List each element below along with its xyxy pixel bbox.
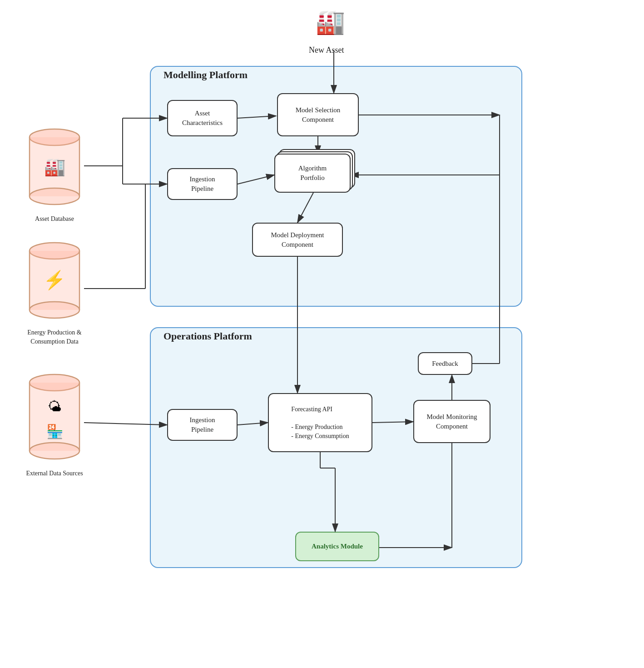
algorithm-portfolio-label: AlgorithmPortfolio [298, 164, 327, 183]
svg-text:🏭: 🏭 [44, 156, 66, 177]
energy-database-label: Energy Production &Consumption Data [25, 328, 84, 346]
forecasting-api-box: Forecasting API- Energy Production- Ener… [268, 393, 372, 452]
ingestion-pipeline-modelling-box: IngestionPipeline [167, 168, 238, 200]
svg-text:🏪: 🏪 [46, 424, 64, 440]
energy-database-cylinder: ⚡ Energy Production &Consumption Data [25, 241, 84, 346]
asset-characteristics-label: AssetCharacteristics [182, 109, 223, 128]
feedback-label: Feedback [432, 359, 458, 369]
model-selection-box: Model SelectionComponent [277, 93, 359, 136]
ingestion-pipeline-modelling-label: IngestionPipeline [190, 174, 215, 194]
asset-database-cylinder: 🏭 Asset Database [25, 127, 84, 224]
ingestion-pipeline-operations-label: IngestionPipeline [190, 415, 215, 434]
svg-point-16 [30, 443, 79, 459]
model-deployment-label: Model DeploymentComponent [271, 230, 324, 249]
model-monitoring-box: Model MonitoringComponent [413, 400, 490, 443]
asset-database-label: Asset Database [25, 214, 84, 224]
svg-text:🌤: 🌤 [48, 399, 61, 414]
diagram-container: 🏭 New Asset Modelling Platform Operation… [0, 0, 644, 668]
model-selection-label: Model SelectionComponent [296, 105, 341, 125]
svg-point-10 [30, 302, 79, 318]
feedback-box: Feedback [418, 352, 472, 375]
forecasting-api-label: Forecasting API- Energy Production- Ener… [291, 405, 349, 440]
svg-text:⚡: ⚡ [43, 269, 66, 291]
model-deployment-box: Model DeploymentComponent [252, 223, 343, 257]
model-monitoring-label: Model MonitoringComponent [426, 412, 477, 431]
external-database-label: External Data Sources [25, 469, 84, 478]
ingestion-pipeline-operations-box: IngestionPipeline [167, 409, 238, 441]
operations-platform-label: Operations Platform [163, 330, 252, 342]
algorithm-portfolio-box: AlgorithmPortfolio [274, 154, 351, 193]
external-database-cylinder: 🌤 🏪 External Data Sources [25, 373, 84, 478]
analytics-module-box: Analytics Module [295, 532, 379, 561]
svg-point-4 [30, 188, 79, 204]
svg-rect-13 [30, 383, 79, 451]
new-asset-icon: 🏭 [316, 8, 345, 36]
asset-characteristics-box: AssetCharacteristics [167, 100, 238, 136]
new-asset-label: New Asset [309, 45, 344, 55]
modelling-platform-label: Modelling Platform [163, 69, 248, 81]
analytics-module-label: Analytics Module [312, 542, 363, 551]
